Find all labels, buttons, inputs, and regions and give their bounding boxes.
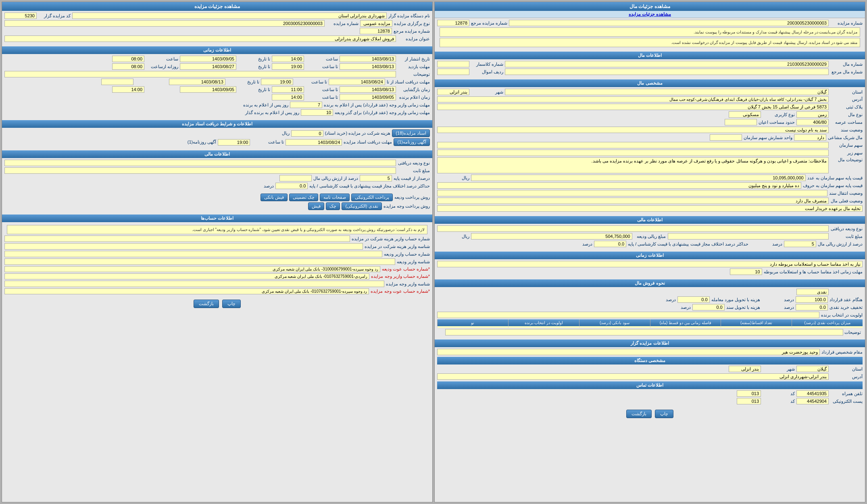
mal-ref-input[interactable] [505, 69, 829, 75]
buyer-status-input[interactable] [437, 205, 863, 212]
r-doc-date2-input[interactable] [169, 79, 225, 85]
r-auction-ref-input[interactable] [360, 28, 392, 34]
phone-code-input[interactable] [737, 390, 761, 397]
r-pay-check-btn[interactable]: چک تضمینی [289, 194, 318, 201]
acc8-input[interactable] [4, 288, 369, 294]
left-print-button[interactable]: چاپ [655, 410, 673, 418]
city-input[interactable] [437, 89, 469, 95]
base-price-input[interactable] [471, 175, 806, 181]
auction-no-input[interactable] [509, 20, 829, 26]
r-end-date-input[interactable] [180, 56, 236, 62]
acc2-input[interactable] [4, 243, 363, 250]
r-bond-to-input[interactable] [218, 139, 250, 146]
r-bond-deadline-input[interactable] [286, 139, 342, 146]
r-pct-input[interactable] [360, 175, 392, 181]
r-deposit-days-input[interactable] [301, 109, 333, 116]
notes-textarea[interactable]: ملاحظات: متصرف و اعیانی بودن و هرگونه مس… [437, 157, 829, 173]
acc6-input[interactable] [4, 273, 369, 279]
auction-code-input[interactable] [4, 12, 37, 19]
r-voje-fish-btn[interactable]: فیش [308, 202, 324, 210]
auction-ref-input[interactable] [437, 20, 469, 26]
r-start-time-input[interactable] [272, 56, 304, 62]
r-notes-input[interactable] [4, 71, 396, 77]
time-duration-input[interactable] [730, 269, 762, 275]
contract-person-input[interactable] [437, 349, 820, 355]
r-doc-deadline-from-input[interactable] [329, 79, 385, 85]
install-input[interactable] [692, 304, 725, 310]
shares-sub-input[interactable] [437, 142, 829, 148]
acc7-input[interactable] [4, 281, 384, 287]
shared-area-input[interactable] [725, 119, 757, 125]
transfer-input[interactable] [437, 190, 827, 196]
r-bond-price-input[interactable] [291, 130, 323, 137]
fax-input[interactable] [796, 398, 829, 404]
fixed-amount-input[interactable] [668, 233, 829, 240]
left-sub-link[interactable]: مشاهده جزئیات مزایده [435, 11, 865, 18]
fax-code-input[interactable] [737, 398, 761, 404]
r-visit-date-input[interactable] [180, 63, 236, 70]
class-no-input[interactable] [437, 61, 469, 67]
r-fixed-amount-input[interactable] [4, 167, 396, 174]
r-auction-no-input[interactable] [4, 20, 325, 27]
right-back-button[interactable]: بازگشت [194, 300, 219, 308]
asset-type-input[interactable] [796, 111, 829, 118]
organizer-input[interactable] [72, 12, 387, 19]
r-visit-time-input[interactable] [112, 63, 144, 70]
acc4-input[interactable] [4, 258, 395, 265]
auction-type-input[interactable] [360, 20, 392, 27]
r-dep-type-input[interactable] [4, 160, 396, 166]
province-input[interactable] [505, 89, 829, 95]
contract-time-input[interactable] [796, 296, 828, 303]
r-submit-from-input[interactable] [340, 86, 396, 93]
acc1-input[interactable] [4, 235, 350, 242]
r-submit-time-input[interactable] [272, 86, 304, 93]
r-voje-check-btn[interactable]: چک [326, 202, 340, 210]
r-auction-title-input[interactable] [4, 35, 396, 42]
r-pct-input2[interactable] [279, 175, 312, 181]
pct-input[interactable] [784, 241, 816, 247]
r-doc-time-input[interactable] [261, 79, 293, 85]
r-start-date-input[interactable] [340, 56, 396, 62]
usage-input[interactable] [729, 111, 761, 118]
r-submit-to-input[interactable] [180, 86, 236, 93]
r-voje-cash-btn[interactable]: نقدی (الکترونیکی) [342, 202, 381, 210]
org-province-input[interactable] [796, 366, 829, 372]
deposit-amount-input[interactable] [471, 233, 632, 240]
phone-input[interactable] [796, 390, 829, 397]
time-note-input[interactable] [437, 261, 863, 267]
acc5-input[interactable] [4, 266, 380, 272]
discount-input[interactable] [796, 304, 828, 310]
r-bid-time-input[interactable] [272, 63, 304, 70]
r-max-diff-input[interactable] [275, 183, 308, 189]
r-end-time-input[interactable] [112, 56, 144, 62]
deposit-type-input[interactable] [437, 225, 829, 232]
ownership-input[interactable] [437, 127, 829, 133]
mal-no-input[interactable] [505, 61, 829, 67]
right-print-button[interactable]: چاپ [222, 300, 241, 308]
commission-input[interactable] [677, 296, 710, 303]
area-input[interactable] [796, 119, 829, 125]
org-city-input[interactable] [729, 366, 761, 372]
r-doc-time2-input[interactable] [101, 79, 133, 85]
bond-btn[interactable]: آگهی روزنامه(1) [394, 138, 430, 146]
base-price-shares-input[interactable] [437, 182, 801, 189]
doc-btn[interactable]: اسناد مزایده(18) [392, 129, 430, 137]
r-submit-to-time-input[interactable] [112, 86, 144, 93]
partner-input[interactable] [794, 134, 826, 141]
priority-input[interactable] [437, 312, 819, 318]
left-back-button[interactable]: بازگشت [626, 410, 652, 418]
r-announce-input[interactable] [340, 94, 396, 100]
org-address-input[interactable] [437, 373, 829, 380]
r-announce-time-input[interactable] [272, 94, 304, 100]
asset-redif-input[interactable] [437, 69, 469, 75]
max-diff-input[interactable] [594, 241, 626, 247]
shares-sub2-input[interactable] [437, 150, 829, 156]
r-pay-page-btn[interactable]: صفحات نامه [320, 194, 350, 201]
r-pay-electronic-btn[interactable]: پرداخت الکترونیکی [351, 194, 393, 201]
r-contract-days-input[interactable] [290, 102, 322, 108]
block-input[interactable] [437, 104, 829, 110]
r-pay-fish-btn[interactable]: فیش بانکی [261, 194, 288, 201]
r-bid-date-input[interactable] [340, 63, 396, 70]
acc3-input[interactable] [4, 251, 382, 257]
address-input[interactable] [437, 96, 829, 102]
